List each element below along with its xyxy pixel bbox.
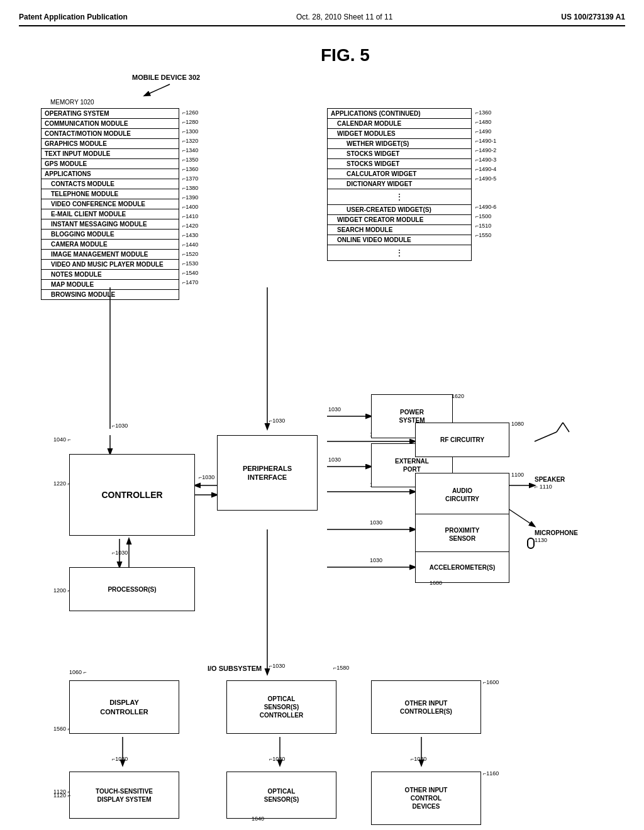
os-row: OPERATING SYSTEM (42, 109, 179, 119)
display-ctrl-box: DISPLAYCONTROLLER (69, 680, 179, 734)
other-ctrl-box: OTHER INPUTCONTROLLER(S) (371, 680, 481, 734)
video-music-row: VIDEO AND MUSIC PLAYER MODULE (42, 260, 179, 270)
browsing-row: BROWSING MODULE (42, 290, 179, 299)
other-input-num: ⌐1160 (483, 770, 499, 777)
power-num: 1620 (452, 393, 464, 399)
display-ctrl-label: DISPLAYCONTROLLER (100, 698, 148, 716)
apps-continued-box: APPLICATIONS (CONTINUED) CALENDAR MODULE… (327, 108, 472, 261)
header: Patent Application Publication Oct. 28, … (19, 13, 625, 26)
audio-num: 1100 (511, 472, 524, 478)
peripherals-label: PERIPHERALSINTERFACE (243, 464, 292, 482)
map-row: MAP MODULE (42, 280, 179, 290)
widget-creator-row: WIDGET CREATOR MODULE (328, 215, 471, 225)
header-left: Patent Application Publication (19, 13, 128, 21)
external-label: EXTERNALPORT (395, 457, 429, 473)
svg-text:1220 ⌐: 1220 ⌐ (53, 480, 71, 487)
contacts-row: CONTACTS MODULE (42, 179, 179, 189)
calendar-row: CALENDAR MODULE (328, 119, 471, 129)
svg-line-32 (535, 432, 557, 441)
video-conf-row: VIDEO CONFERENCE MODULE (42, 199, 179, 209)
fig-area: FIG. 5 MOBILE DEVICE 302 MEMORY 1020 OPE… (19, 39, 625, 794)
io-subsystem-num: ⌐1580 (333, 665, 349, 671)
svg-text:1030: 1030 (328, 456, 341, 463)
camera-row: CAMERA MODULE (42, 240, 179, 250)
svg-text:1030: 1030 (370, 557, 382, 563)
proximity-box: PROXIMITYSENSOR (415, 514, 509, 555)
rf-box: RF CIRCUITRY (415, 423, 509, 457)
accelerometer-box: ACCELEROMETER(S) (415, 551, 509, 583)
rf-num: 1080 (511, 421, 524, 427)
svg-text:1060 ⌐: 1060 ⌐ (69, 669, 87, 675)
microphone-label: MICROPHONE 1130 (535, 529, 578, 543)
fig-title: FIG. 5 (321, 45, 370, 65)
diagram: FIG. 5 MOBILE DEVICE 302 MEMORY 1020 OPE… (19, 39, 623, 794)
dots-row2: ⋮ (328, 245, 471, 260)
other-ctrl-label: OTHER INPUTCONTROLLER(S) (400, 699, 452, 716)
svg-text:1030: 1030 (370, 519, 382, 526)
audio-box: AUDIOCIRCUITRY (415, 473, 509, 517)
processor-box: PROCESSOR(S) (69, 567, 195, 611)
touch-display-box: TOUCH-SENSITIVEDISPLAY SYSTEM (69, 772, 179, 819)
alarm-row: CALCULATOR WIDGET (328, 169, 471, 179)
svg-text:⌐1030: ⌐1030 (269, 418, 285, 424)
header-center: Oct. 28, 2010 Sheet 11 of 11 (296, 13, 392, 21)
blogging-row: BLOGGING MODULE (42, 230, 179, 240)
telephone-row: TELEPHONE MODULE (42, 189, 179, 199)
memory-box: OPERATING SYSTEM COMMUNICATION MODULE CO… (41, 108, 179, 300)
accelerometer-num: 1680 (430, 580, 442, 586)
other-ctrl-num: ⌐1600 (483, 679, 499, 685)
io-subsystem-label: I/O SUBSYSTEM (208, 665, 262, 672)
microphone-symbol (527, 538, 535, 549)
controller-box: CONTROLLER (69, 454, 195, 536)
online-video-row: ONLINE VIDEO MODULE (328, 235, 471, 245)
svg-text:⌐1030: ⌐1030 (112, 423, 128, 429)
optical-sensor-label: OPTICALSENSOR(S) (264, 787, 299, 804)
ref-numbers-left: ⌐1260 ⌐1280 ⌐1300 ⌐1320 ⌐1340 ⌐1350 ⌐136… (182, 108, 198, 287)
svg-text:⌐1030: ⌐1030 (112, 550, 128, 556)
image-mgmt-row: IMAGE MANAGEMENT MODULE (42, 250, 179, 260)
graphics-row: GRAPHICS MODULE (42, 139, 179, 149)
ref-numbers-right: ⌐1360 ⌐1480 ⌐1490 ⌐1490-1 ⌐1490-2 ⌐1490-… (475, 108, 496, 240)
svg-text:⌐1030: ⌐1030 (112, 756, 128, 762)
touch-num: 1120 ⌐ (53, 792, 71, 799)
other-input-label: OTHER INPUTCONTROLDEVICES (405, 786, 448, 811)
stocks-row: STOCKS WIDGET (328, 149, 471, 159)
audio-label: AUDIOCIRCUITRY (445, 487, 479, 503)
svg-text:⌐1030: ⌐1030 (269, 663, 285, 669)
calculator-row: STOCKS WIDGET (328, 159, 471, 169)
touch-label: TOUCH-SENSITIVEDISPLAY SYSTEM (96, 787, 153, 804)
dots-row1: ⋮ (328, 189, 471, 205)
widget-modules-row: WIDGET MODULES (328, 129, 471, 139)
accelerometer-label: ACCELEROMETER(S) (430, 563, 495, 572)
svg-text:1200 ⌐: 1200 ⌐ (53, 587, 71, 594)
svg-text:1560 ⌐: 1560 ⌐ (53, 726, 71, 732)
optical-sensor-num: 1640 (252, 816, 264, 822)
apps-continued-header: APPLICATIONS (CONTINUED) (328, 109, 471, 119)
svg-line-0 (145, 84, 170, 96)
page: Patent Application Publication Oct. 28, … (0, 0, 644, 806)
user-created-row: USER-CREATED WIDGET(S) (328, 205, 471, 215)
memory-label: MEMORY 1020 (50, 99, 94, 106)
im-row: INSTANT MESSAGING MODULE (42, 219, 179, 230)
optical-sensor-box: OPTICALSENSOR(S) (226, 772, 336, 819)
svg-text:1030: 1030 (328, 406, 341, 412)
weather-row: WETHER WIDGET(S) (328, 139, 471, 149)
svg-text:1040 ⌐: 1040 ⌐ (53, 436, 71, 443)
dictionary-row: DICTIONARY WIDGET (328, 179, 471, 189)
contact-motion-row: CONTACT/MOTION MODULE (42, 129, 179, 139)
svg-text:⌐1030: ⌐1030 (411, 756, 426, 762)
proximity-label: PROXIMITYSENSOR (445, 526, 479, 543)
svg-line-34 (563, 423, 569, 432)
peripherals-box: PERIPHERALSINTERFACE (217, 435, 318, 511)
email-row: E-MAIL CLIENT MODULE (42, 209, 179, 219)
svg-line-33 (557, 423, 563, 432)
mobile-device-label: MOBILE DEVICE 302 (132, 74, 200, 81)
rf-label: RF CIRCUITRY (440, 436, 484, 444)
search-row: SEARCH MODULE (328, 225, 471, 235)
os-label: OPERATING SYSTEM (45, 110, 109, 117)
svg-text:⌐1030: ⌐1030 (199, 474, 214, 480)
notes-row: NOTES MODULE (42, 270, 179, 280)
svg-text:⌐1030: ⌐1030 (269, 756, 285, 762)
text-input-row: TEXT INPUT MODULE (42, 149, 179, 159)
applications-row: APPLICATIONS (42, 169, 179, 179)
